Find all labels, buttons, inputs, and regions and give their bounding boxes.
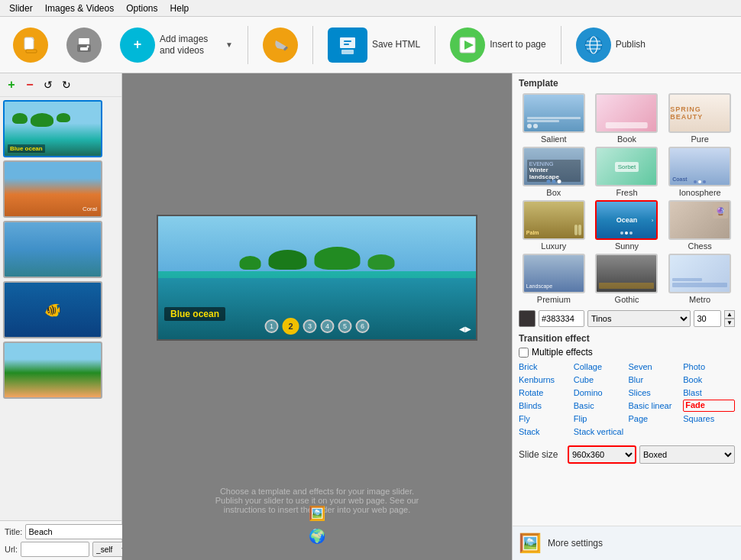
thumbnail-5[interactable] bbox=[3, 342, 102, 399]
tools-icon bbox=[263, 28, 298, 63]
dot-3[interactable]: 3 bbox=[303, 319, 317, 333]
publish-button[interactable]: Publish bbox=[569, 24, 652, 66]
slide-scene: Blue ocean 1 2 3 4 5 6 ◀▶ bbox=[158, 216, 476, 339]
more-settings-button[interactable]: More settings bbox=[548, 538, 603, 549]
save-html-button[interactable]: Save HTML bbox=[321, 24, 427, 66]
template-salient[interactable]: Salient bbox=[519, 93, 589, 144]
effect-stack[interactable]: Stack bbox=[519, 426, 571, 438]
effect-blast[interactable]: Blast bbox=[683, 387, 735, 399]
size-down-btn[interactable]: ▼ bbox=[724, 319, 735, 327]
template-book[interactable]: Book bbox=[592, 93, 662, 144]
template-luxury[interactable]: Palm Luxury bbox=[519, 200, 589, 251]
file-button[interactable] bbox=[6, 24, 55, 66]
effect-seven[interactable]: Seven bbox=[629, 361, 681, 373]
island-3 bbox=[315, 247, 361, 270]
svg-rect-11 bbox=[341, 50, 354, 54]
add-images-button[interactable]: + Add images and videos ▼ bbox=[113, 24, 240, 66]
box-layout-select[interactable]: Boxed Full width Fullscreen bbox=[639, 445, 735, 464]
add-images-label: Add images and videos bbox=[160, 34, 221, 56]
template-gothic[interactable]: Gothic bbox=[592, 254, 662, 304]
slide-size-row: Slide size 960x360 1280x720 800x400 Cust… bbox=[513, 441, 741, 468]
svg-rect-10 bbox=[340, 37, 355, 48]
undo-btn[interactable]: ↺ bbox=[40, 76, 57, 93]
font-size-input[interactable] bbox=[694, 310, 721, 327]
print-icon bbox=[66, 28, 102, 63]
font-select[interactable]: Tinos Arial Georgia Verdana bbox=[587, 310, 691, 327]
save-html-icon bbox=[328, 28, 367, 63]
title-label: Title: bbox=[5, 527, 22, 536]
print-button[interactable] bbox=[60, 24, 108, 66]
effect-basic[interactable]: Basic bbox=[574, 400, 626, 412]
effect-photo[interactable]: Photo bbox=[683, 361, 735, 373]
svg-rect-13 bbox=[344, 44, 349, 45]
effect-domino[interactable]: Domino bbox=[574, 387, 626, 399]
more-settings-row: 🖼️ More settings bbox=[513, 526, 741, 560]
effect-rotate[interactable]: Rotate bbox=[519, 387, 571, 399]
template-box[interactable]: EVENING Winter landscape Box bbox=[519, 147, 589, 197]
slide-title-overlay: Blue ocean bbox=[164, 309, 225, 319]
dot-1[interactable]: 1 bbox=[265, 319, 279, 333]
thumbnail-3[interactable] bbox=[3, 221, 102, 278]
toolbar-divider-1 bbox=[248, 26, 248, 64]
menu-help[interactable]: Help bbox=[164, 2, 196, 15]
file-icon bbox=[13, 28, 48, 63]
dot-6[interactable]: 6 bbox=[356, 319, 370, 333]
add-slide-btn[interactable]: + bbox=[3, 76, 20, 93]
toolbar-divider-4 bbox=[561, 26, 561, 64]
menu-slider[interactable]: Slider bbox=[3, 2, 39, 15]
effect-collage[interactable]: Collage bbox=[574, 361, 626, 373]
multiple-effects-checkbox[interactable] bbox=[519, 348, 529, 358]
slide-size-select[interactable]: 960x360 1280x720 800x400 Custom bbox=[568, 445, 636, 464]
effect-basic-linear[interactable]: Basic linear bbox=[629, 400, 681, 412]
template-sunny[interactable]: Ocean › Sunny bbox=[592, 200, 662, 251]
thumbnail-1[interactable]: Blue ocean bbox=[3, 100, 102, 157]
effect-brick[interactable]: Brick bbox=[519, 361, 571, 373]
template-metro[interactable]: Metro bbox=[665, 254, 735, 304]
effect-cube[interactable]: Cube bbox=[574, 374, 626, 386]
thumbnail-4[interactable]: 🐠 bbox=[3, 281, 102, 338]
title-input[interactable] bbox=[25, 524, 137, 539]
color-swatch[interactable] bbox=[519, 310, 536, 327]
effect-page[interactable]: Page bbox=[629, 413, 681, 425]
effect-blur[interactable]: Blur bbox=[629, 374, 681, 386]
remove-slide-btn[interactable]: − bbox=[21, 76, 38, 93]
island-2 bbox=[269, 250, 307, 270]
menu-images-videos[interactable]: Images & Videos bbox=[39, 2, 121, 15]
effect-book[interactable]: Book bbox=[683, 374, 735, 386]
tools-button[interactable] bbox=[256, 24, 305, 66]
svg-point-5 bbox=[87, 45, 89, 47]
transition-label: Transition effect bbox=[519, 333, 735, 344]
color-input[interactable] bbox=[539, 310, 584, 327]
effect-kenburns[interactable]: Kenburns bbox=[519, 374, 571, 386]
thumbnail-2[interactable]: Coral bbox=[3, 160, 102, 218]
menu-options[interactable]: Options bbox=[120, 2, 163, 15]
template-chess-label: Chess bbox=[688, 241, 712, 251]
effect-flip[interactable]: Flip bbox=[574, 413, 626, 425]
effect-stack-vertical[interactable]: Stack vertical bbox=[574, 426, 681, 438]
template-premium[interactable]: Landscape Premium bbox=[519, 254, 589, 304]
dot-2[interactable]: 2 bbox=[283, 318, 299, 335]
size-up-btn[interactable]: ▲ bbox=[724, 310, 735, 319]
toolbar-divider-2 bbox=[312, 26, 313, 64]
effect-fly[interactable]: Fly bbox=[519, 413, 571, 425]
svg-rect-4 bbox=[80, 47, 88, 50]
save-html-label: Save HTML bbox=[372, 39, 420, 50]
toolbar: + Add images and videos ▼ Save HTML Inse… bbox=[0, 17, 741, 73]
multiple-effects-label: Multiple effects bbox=[532, 347, 593, 358]
template-fresh[interactable]: Sorbet Fresh bbox=[592, 147, 662, 197]
url-input[interactable] bbox=[21, 542, 89, 557]
template-ionosphere[interactable]: Coast Ionosphere bbox=[665, 147, 735, 197]
insert-page-button[interactable]: Insert to page bbox=[443, 24, 552, 66]
publish-center-icon[interactable]: 🌍 bbox=[309, 528, 325, 545]
effect-squares[interactable]: Squares bbox=[683, 413, 735, 425]
dot-5[interactable]: 5 bbox=[338, 319, 352, 333]
template-pure[interactable]: SPRING BEAUTY Pure bbox=[665, 93, 735, 144]
redo-btn[interactable]: ↻ bbox=[58, 76, 75, 93]
effect-blinds[interactable]: Blinds bbox=[519, 400, 571, 412]
dot-4[interactable]: 4 bbox=[321, 319, 335, 333]
insert-center-icon[interactable]: 🖼️ bbox=[309, 505, 325, 522]
template-metro-label: Metro bbox=[689, 295, 710, 304]
template-chess[interactable]: 🔮 Chess bbox=[665, 200, 735, 251]
effect-slices[interactable]: Slices bbox=[629, 387, 681, 399]
effect-fade[interactable]: Fade bbox=[683, 400, 735, 412]
